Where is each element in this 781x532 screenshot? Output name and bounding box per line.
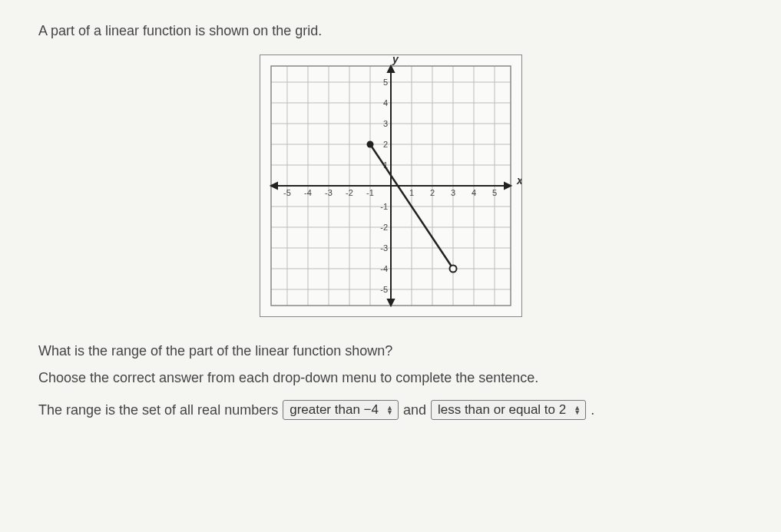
- svg-marker-28: [388, 299, 394, 306]
- closed-endpoint: [366, 141, 373, 148]
- instruction-text: Choose the correct answer from each drop…: [38, 370, 743, 386]
- ytick: -1: [380, 202, 388, 211]
- coordinate-grid: -5 -4 -3 -2 -1 1 2 3 4 5 5 4 3 2 1 -1 -2…: [260, 55, 522, 317]
- ytick: 4: [382, 98, 387, 107]
- sub-question: What is the range of the part of the lin…: [38, 343, 743, 359]
- open-endpoint: [449, 266, 456, 273]
- ytick: 5: [382, 78, 387, 87]
- svg-marker-25: [505, 183, 511, 189]
- dropdown-first-value: greater than −4: [290, 402, 379, 418]
- svg-marker-26: [271, 183, 277, 189]
- svg-marker-27: [388, 66, 394, 72]
- ytick: -4: [380, 264, 388, 273]
- stepper-icon: ▲▼: [386, 405, 393, 415]
- xtick: -5: [283, 188, 291, 197]
- ytick: -5: [380, 285, 388, 294]
- dropdown-second-value: less than or equal to 2: [438, 402, 566, 418]
- xtick: -4: [304, 188, 312, 197]
- sentence-lead: The range is the set of all real numbers: [38, 402, 278, 418]
- xtick: -3: [325, 188, 333, 197]
- dropdown-second[interactable]: less than or equal to 2 ▲▼: [431, 400, 586, 420]
- xtick: 4: [471, 188, 475, 197]
- dropdown-first[interactable]: greater than −4 ▲▼: [283, 400, 399, 420]
- sentence-period: .: [591, 402, 594, 418]
- xtick: 1: [409, 188, 413, 197]
- conjunction: and: [403, 402, 426, 418]
- xtick: 3: [450, 188, 455, 197]
- y-axis-label: y: [392, 55, 399, 65]
- xtick: -1: [366, 188, 374, 197]
- xtick: -2: [346, 188, 353, 197]
- graph-container: -5 -4 -3 -2 -1 1 2 3 4 5 5 4 3 2 1 -1 -2…: [38, 55, 743, 320]
- x-axis-label: x: [516, 174, 522, 187]
- question-prompt: A part of a linear function is shown on …: [38, 23, 743, 39]
- ytick: -2: [380, 223, 388, 232]
- answer-sentence: The range is the set of all real numbers…: [38, 400, 743, 420]
- ytick: 3: [382, 119, 387, 128]
- ytick: -3: [380, 243, 388, 253]
- xtick: 5: [491, 188, 496, 197]
- ytick: 2: [382, 140, 387, 149]
- stepper-icon: ▲▼: [574, 405, 581, 415]
- xtick: 2: [429, 188, 434, 197]
